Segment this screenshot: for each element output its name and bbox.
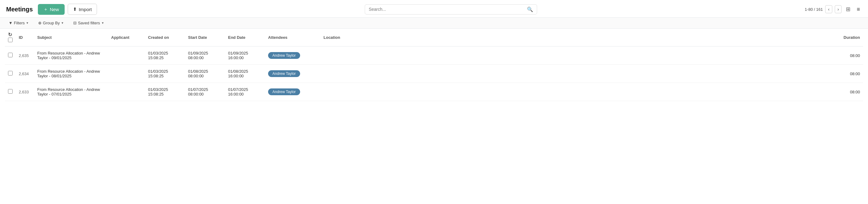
- attendee-badge: Andrew Taylor: [268, 88, 300, 95]
- search-wrapper: 🔍: [365, 4, 537, 14]
- table-header-row: ↻ ID Subject Applicant Created on Star: [5, 29, 863, 47]
- saved-filters-label: Saved filters: [78, 21, 100, 25]
- header-id: ID: [16, 29, 34, 47]
- row-location: [320, 65, 835, 83]
- row-end-date: 01/09/2025 16:00:00: [225, 47, 265, 65]
- row-created-on: 01/03/2025 15:08:25: [145, 47, 185, 65]
- row-checkbox-cell: [5, 83, 16, 101]
- row-duration: 08:00: [835, 47, 863, 65]
- header-select-all: ↻: [5, 29, 16, 47]
- header-duration: Duration: [835, 29, 863, 47]
- filters-chevron: ▾: [27, 21, 28, 25]
- attendee-badge: Andrew Taylor: [268, 52, 300, 59]
- pagination-info: 1-80 / 161: [805, 7, 823, 12]
- row-end-date: 01/07/2025 16:00:00: [225, 83, 265, 101]
- row-start-date: 01/07/2025 08:00:00: [185, 83, 225, 101]
- upload-icon: ⬆: [73, 6, 77, 12]
- row-created-on: 01/03/2025 15:08:25: [145, 65, 185, 83]
- meetings-table: ↻ ID Subject Applicant Created on Star: [5, 29, 863, 101]
- header-left: Meetings ＋ New ⬆ Import: [6, 4, 97, 15]
- search-icon: 🔍: [527, 6, 533, 12]
- toolbar: ＋ New ⬆ Import: [38, 4, 97, 15]
- header-created-on: Created on: [145, 29, 185, 47]
- plus-icon: ＋: [43, 6, 48, 12]
- row-subject: From Resource Allocation - Andrew Taylor…: [34, 83, 108, 101]
- header-subject: Subject: [34, 29, 108, 47]
- header-start-date: Start Date: [185, 29, 225, 47]
- row-id: 2,635: [16, 47, 34, 65]
- row-duration: 08:00: [835, 65, 863, 83]
- header-location: Location: [320, 29, 835, 47]
- import-button-label: Import: [79, 7, 92, 12]
- list-view-button[interactable]: ≡: [855, 5, 862, 14]
- filter-bar: ▼ Filters ▾ ⊕ Group By ▾ ⊟ Saved filters…: [0, 18, 868, 29]
- table-body: 2,635 From Resource Allocation - Andrew …: [5, 47, 863, 101]
- row-location: [320, 83, 835, 101]
- import-button[interactable]: ⬆ Import: [68, 4, 97, 15]
- table-row[interactable]: 2,633 From Resource Allocation - Andrew …: [5, 83, 863, 101]
- bookmark-icon: ⊟: [73, 21, 76, 25]
- new-button-label: New: [50, 7, 59, 12]
- pagination-next-button[interactable]: ›: [835, 5, 842, 13]
- row-checkbox-cell: [5, 65, 16, 83]
- select-all-checkbox[interactable]: [8, 37, 12, 42]
- page-header: Meetings ＋ New ⬆ Import 🔍 1-80 / 161 ‹ ›…: [0, 0, 868, 18]
- row-created-on: 01/03/2025 15:08:25: [145, 83, 185, 101]
- row-applicant: [108, 47, 145, 65]
- header-attendees: Attendees: [265, 29, 320, 47]
- attendee-badge: Andrew Taylor: [268, 70, 300, 77]
- row-attendees: Andrew Taylor: [265, 83, 320, 101]
- page-title: Meetings: [6, 6, 33, 13]
- row-applicant: [108, 83, 145, 101]
- filters-label: Filters: [14, 21, 25, 25]
- row-attendees: Andrew Taylor: [265, 65, 320, 83]
- table-container: ↻ ID Subject Applicant Created on Star: [0, 29, 868, 101]
- table-row[interactable]: 2,634 From Resource Allocation - Andrew …: [5, 65, 863, 83]
- group-by-chevron: ▾: [62, 21, 63, 25]
- calendar-view-button[interactable]: ⊞: [844, 5, 852, 14]
- row-subject: From Resource Allocation - Andrew Taylor…: [34, 47, 108, 65]
- row-attendees: Andrew Taylor: [265, 47, 320, 65]
- row-duration: 08:00: [835, 83, 863, 101]
- pagination-prev-button[interactable]: ‹: [825, 5, 832, 13]
- row-checkbox-cell: [5, 47, 16, 65]
- row-subject: From Resource Allocation - Andrew Taylor…: [34, 65, 108, 83]
- row-start-date: 01/09/2025 08:00:00: [185, 47, 225, 65]
- filters-button[interactable]: ▼ Filters ▾: [6, 20, 31, 27]
- row-id: 2,633: [16, 83, 34, 101]
- group-by-label: Group By: [43, 21, 60, 25]
- new-button[interactable]: ＋ New: [38, 4, 65, 15]
- row-applicant: [108, 65, 145, 83]
- header-right: 1-80 / 161 ‹ › ⊞ ≡: [805, 5, 862, 14]
- row-checkbox[interactable]: [8, 71, 12, 76]
- row-end-date: 01/08/2025 16:00:00: [225, 65, 265, 83]
- layers-icon: ⊕: [38, 21, 41, 25]
- row-start-date: 01/08/2025 08:00:00: [185, 65, 225, 83]
- refresh-icon[interactable]: ↻: [8, 32, 12, 37]
- row-id: 2,634: [16, 65, 34, 83]
- header-applicant: Applicant: [108, 29, 145, 47]
- filter-bar-left: ▼ Filters ▾ ⊕ Group By ▾ ⊟ Saved filters…: [6, 20, 106, 27]
- header-end-date: End Date: [225, 29, 265, 47]
- row-checkbox[interactable]: [8, 53, 12, 57]
- table-row[interactable]: 2,635 From Resource Allocation - Andrew …: [5, 47, 863, 65]
- row-checkbox[interactable]: [8, 89, 12, 94]
- search-area: 🔍: [365, 4, 537, 14]
- row-location: [320, 47, 835, 65]
- saved-filters-chevron: ▾: [102, 21, 104, 25]
- search-input[interactable]: [369, 7, 525, 12]
- saved-filters-button[interactable]: ⊟ Saved filters ▾: [71, 20, 106, 27]
- filter-icon: ▼: [9, 21, 12, 25]
- group-by-button[interactable]: ⊕ Group By ▾: [36, 20, 66, 27]
